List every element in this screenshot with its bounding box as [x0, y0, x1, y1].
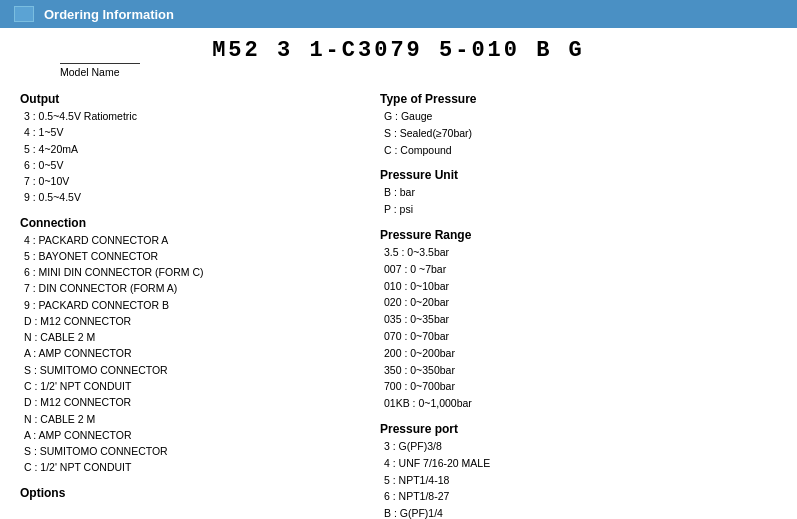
pr-item-4: 035 : 0~35bar [384, 311, 777, 328]
pp-item-1: 4 : UNF 7/16-20 MALE [384, 455, 777, 472]
options-title: Options [20, 486, 360, 500]
header-bar: Ordering Information [0, 0, 797, 28]
pr-item-8: 700 : 0~700bar [384, 378, 777, 395]
pp-item-3: 6 : NPT1/8-27 [384, 488, 777, 505]
conn-item-4: 9 : PACKARD CONNECTOR B [24, 297, 360, 313]
conn-item-1: 5 : BAYONET CONNECTOR [24, 248, 360, 264]
pressure-range-content: 3.5 : 0~3.5bar 007 : 0 ~7bar 010 : 0~10b… [380, 244, 777, 412]
conn-item-14: C : 1/2' NPT CONDUIT [24, 459, 360, 475]
tp-item-0: G : Gauge [384, 108, 777, 125]
connection-content: 4 : PACKARD CONNECTOR A 5 : BAYONET CONN… [20, 232, 360, 476]
conn-item-8: S : SUMITOMO CONNECTOR [24, 362, 360, 378]
pr-item-0: 3.5 : 0~3.5bar [384, 244, 777, 261]
tp-item-2: C : Compound [384, 142, 777, 159]
conn-item-9: C : 1/2' NPT CONDUIT [24, 378, 360, 394]
conn-item-2: 6 : MINI DIN CONNECTOR (FORM C) [24, 264, 360, 280]
type-pressure-title: Type of Pressure [380, 92, 777, 106]
model-name-label: Model Name [60, 63, 140, 78]
right-column: Type of Pressure G : Gauge S : Sealed(≥7… [360, 84, 777, 519]
pressure-unit-section: Pressure Unit B : bar P : psi [380, 168, 777, 218]
pressure-port-title: Pressure port [380, 422, 777, 436]
output-item-4: 7 : 0~10V [24, 173, 360, 189]
pr-item-9: 01KB : 0~1,000bar [384, 395, 777, 412]
conn-item-3: 7 : DIN CONNECTOR (FORM A) [24, 280, 360, 296]
output-title: Output [20, 92, 360, 106]
pu-item-0: B : bar [384, 184, 777, 201]
pr-item-3: 020 : 0~20bar [384, 294, 777, 311]
conn-item-12: A : AMP CONNECTOR [24, 427, 360, 443]
pp-item-2: 5 : NPT1/4-18 [384, 472, 777, 489]
pr-item-5: 070 : 0~70bar [384, 328, 777, 345]
pp-item-0: 3 : G(PF)3/8 [384, 438, 777, 455]
type-pressure-content: G : Gauge S : Sealed(≥70bar) C : Compoun… [380, 108, 777, 158]
output-item-0: 3 : 0.5~4.5V Ratiometric [24, 108, 360, 124]
pr-item-6: 200 : 0~200bar [384, 345, 777, 362]
conn-item-7: A : AMP CONNECTOR [24, 345, 360, 361]
pr-item-2: 010 : 0~10bar [384, 278, 777, 295]
pu-item-1: P : psi [384, 201, 777, 218]
pressure-port-content: 3 : G(PF)3/8 4 : UNF 7/16-20 MALE 5 : NP… [380, 438, 777, 519]
pressure-unit-title: Pressure Unit [380, 168, 777, 182]
conn-item-5: D : M12 CONNECTOR [24, 313, 360, 329]
header-icon [14, 6, 34, 22]
pressure-range-title: Pressure Range [380, 228, 777, 242]
output-content: 3 : 0.5~4.5V Ratiometric 4 : 1~5V 5 : 4~… [20, 108, 360, 206]
type-pressure-section: Type of Pressure G : Gauge S : Sealed(≥7… [380, 92, 777, 158]
output-item-3: 6 : 0~5V [24, 157, 360, 173]
conn-item-0: 4 : PACKARD CONNECTOR A [24, 232, 360, 248]
model-text: M52 3 1-C3079 5-010 B G [20, 38, 777, 63]
conn-item-6: N : CABLE 2 M [24, 329, 360, 345]
connection-title: Connection [20, 216, 360, 230]
conn-item-13: S : SUMITOMO CONNECTOR [24, 443, 360, 459]
pr-item-7: 350 : 0~350bar [384, 362, 777, 379]
pp-item-4: B : G(PF)1/4 [384, 505, 777, 519]
output-item-5: 9 : 0.5~4.5V [24, 189, 360, 205]
pr-item-1: 007 : 0 ~7bar [384, 261, 777, 278]
tp-item-1: S : Sealed(≥70bar) [384, 125, 777, 142]
header-title: Ordering Information [44, 7, 174, 22]
conn-item-11: N : CABLE 2 M [24, 411, 360, 427]
conn-item-10: D : M12 CONNECTOR [24, 394, 360, 410]
output-item-1: 4 : 1~5V [24, 124, 360, 140]
pressure-unit-content: B : bar P : psi [380, 184, 777, 218]
pressure-range-section: Pressure Range 3.5 : 0~3.5bar 007 : 0 ~7… [380, 228, 777, 412]
pressure-port-section: Pressure port 3 : G(PF)3/8 4 : UNF 7/16-… [380, 422, 777, 519]
left-column: Output 3 : 0.5~4.5V Ratiometric 4 : 1~5V… [20, 84, 360, 519]
output-item-2: 5 : 4~20mA [24, 141, 360, 157]
